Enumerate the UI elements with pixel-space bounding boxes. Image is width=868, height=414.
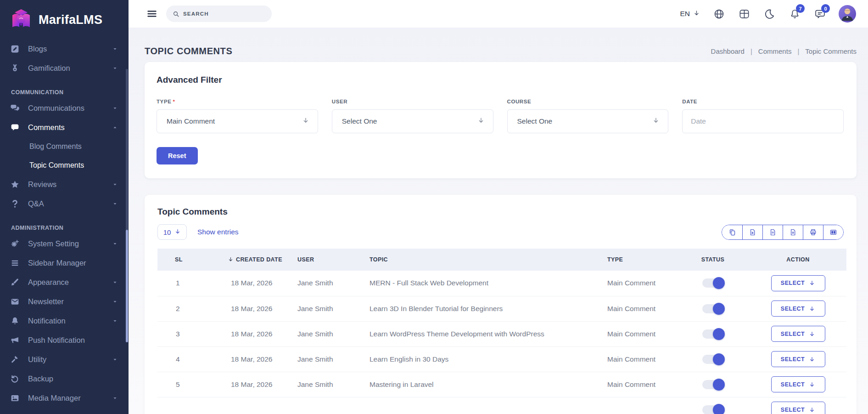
cell-sl: 1 — [157, 271, 192, 296]
sidebar-item-appearance[interactable]: Appearance — [0, 272, 129, 292]
select-action-button[interactable]: SELECT — [771, 351, 825, 367]
cell-action: SELECT — [750, 372, 846, 397]
messages-chat-icon[interactable]: 0 — [813, 7, 826, 20]
sidebar-item-sidebar-manager[interactable]: Sidebar Manager — [0, 253, 129, 272]
sidebar-item-q-a[interactable]: Q&A — [0, 194, 129, 213]
toggle-knob — [713, 404, 725, 414]
export-print-button[interactable] — [803, 225, 823, 239]
status-toggle[interactable] — [702, 304, 723, 313]
search-input[interactable] — [183, 11, 265, 17]
user-select[interactable]: Select One — [332, 109, 493, 133]
sidebar-item-blogs[interactable]: Blogs — [0, 39, 129, 58]
select-action-button[interactable]: SELECT — [771, 301, 825, 317]
course-select[interactable]: Select One — [507, 109, 669, 133]
select-action-button[interactable]: SELECT — [771, 376, 825, 392]
status-toggle[interactable] — [702, 405, 723, 414]
sidebar-subitem-topic-comments[interactable]: Topic Comments — [0, 156, 129, 175]
arrow-down-icon — [809, 306, 815, 312]
column-header-topic[interactable]: TOPIC — [364, 249, 598, 271]
section-header-administration: ADMINISTRATION — [0, 221, 129, 234]
chevron-up-icon — [112, 125, 118, 130]
column-header-status[interactable]: STATUS — [676, 249, 750, 271]
cell-topic — [364, 397, 598, 414]
globe-icon[interactable] — [712, 7, 725, 20]
course-label: COURSE — [507, 99, 669, 104]
brand[interactable]: MarifaLMS — [0, 0, 129, 38]
cell-type: Main Comment — [598, 321, 676, 346]
select-action-button[interactable]: SELECT — [771, 275, 825, 291]
language-selector[interactable]: EN — [680, 10, 700, 18]
toggle-knob — [713, 277, 725, 289]
select-action-button[interactable]: SELECT — [771, 402, 825, 414]
sidebar-item-media-manager[interactable]: Media Manager — [0, 388, 129, 408]
sidebar-item-backup[interactable]: Backup — [0, 369, 129, 388]
sidebar-item-newsletter[interactable]: Newsletter — [0, 292, 129, 311]
sidebar-item-notification[interactable]: Notification — [0, 311, 129, 330]
cell-user: Jane Smith — [291, 346, 364, 372]
brand-logo-icon — [9, 8, 33, 32]
sidebar-subitem-blog-comments[interactable]: Blog Comments — [0, 137, 129, 156]
sidebar-item-system-setting[interactable]: System Setting — [0, 234, 129, 253]
select-action-button[interactable]: SELECT — [771, 326, 825, 342]
filter-field-date: DATE — [682, 99, 844, 133]
sidebar-item-reviews[interactable]: Reviews — [0, 175, 129, 194]
user-avatar[interactable] — [839, 5, 856, 23]
cell-user: Jane Smith — [291, 296, 364, 321]
status-toggle[interactable] — [702, 278, 723, 288]
breadcrumb-current: Topic Comments — [805, 47, 857, 55]
restore-icon — [10, 374, 21, 384]
column-header-user[interactable]: USER — [291, 249, 364, 271]
sidebar-item-gamification[interactable]: Gamification — [0, 58, 129, 78]
notifications-bell-icon[interactable]: 7 — [788, 7, 801, 20]
sidebar-item-label: Media Manager — [28, 394, 81, 403]
lines-icon — [10, 258, 21, 268]
menu-toggle-icon[interactable] — [146, 8, 158, 19]
arrow-down-icon — [809, 381, 815, 388]
status-toggle[interactable] — [702, 380, 723, 389]
cell-action: SELECT — [750, 296, 846, 321]
layout-grid-icon[interactable] — [738, 7, 750, 20]
entries-per-page-select[interactable]: 10 — [157, 224, 187, 240]
sidebar-scrollbar-thumb[interactable] — [126, 230, 128, 342]
brand-name: MarifaLMS — [39, 13, 102, 27]
sidebar-item-utility[interactable]: Utility — [0, 350, 129, 369]
entries-value: 10 — [163, 228, 171, 236]
cell-created-date: 18 Mar, 2026 — [192, 346, 291, 372]
cell-topic: Learn English in 30 Days — [364, 346, 598, 372]
column-header-type[interactable]: TYPE — [598, 249, 676, 271]
cell-sl: 4 — [157, 346, 192, 372]
breadcrumb-comments[interactable]: Comments — [758, 47, 792, 55]
column-header-created-date[interactable]: CREATED DATE — [192, 249, 291, 271]
dark-mode-moon-icon[interactable] — [763, 7, 776, 20]
export-excel-button[interactable] — [742, 225, 762, 239]
date-input[interactable] — [682, 109, 844, 133]
export-columns-button[interactable] — [823, 225, 843, 239]
arrow-down-icon — [809, 331, 815, 337]
cell-status — [676, 397, 750, 414]
sidebar-item-comments[interactable]: Comments — [0, 118, 129, 137]
breadcrumb-dashboard[interactable]: Dashboard — [711, 47, 745, 55]
sidebar-item-push-notification[interactable]: Push Notification — [0, 330, 129, 350]
search-bar[interactable] — [166, 6, 272, 22]
status-toggle[interactable] — [702, 355, 723, 364]
star-icon — [10, 179, 21, 189]
sidebar-item-communications[interactable]: Communications — [0, 98, 129, 118]
column-header-action[interactable]: ACTION — [750, 249, 846, 271]
chevron-down-icon — [112, 106, 118, 111]
select-button-label: SELECT — [781, 331, 805, 337]
reset-button[interactable]: Reset — [157, 147, 198, 164]
course-select-value: Select One — [517, 117, 553, 125]
status-toggle[interactable] — [702, 329, 723, 339]
type-select[interactable]: Main Comment — [157, 109, 318, 133]
export-csv-button[interactable] — [762, 225, 783, 239]
hammer-icon — [10, 354, 21, 364]
export-copy-button[interactable] — [722, 225, 742, 239]
filter-grid: TYPE* Main Comment USER Select One — [157, 99, 844, 133]
cell-created-date: 18 Mar, 2026 — [192, 372, 291, 397]
sidebar-item-label: Notification — [28, 317, 66, 325]
sidebar-item-label: Push Notification — [28, 336, 85, 345]
table-row: 118 Mar, 2026Jane SmithMERN - Full Stack… — [157, 271, 846, 296]
export-pdf-button[interactable] — [783, 225, 803, 239]
column-header-sl[interactable]: SL — [157, 249, 192, 271]
sidebar-item-label: Newsletter — [28, 297, 64, 306]
